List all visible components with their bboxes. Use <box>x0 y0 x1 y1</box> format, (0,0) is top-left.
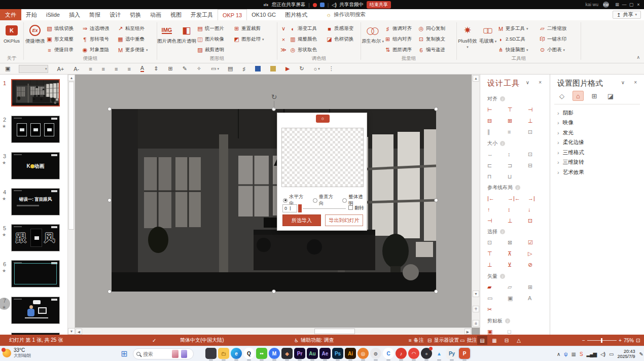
export-to-slide-button[interactable]: 导出到幻灯片 <box>325 214 363 226</box>
chevron-down-icon[interactable]: ∨ <box>621 80 625 85</box>
section-glow[interactable]: › 发光 <box>557 128 641 138</box>
fine-align[interactable]: ♯微调对齐 <box>384 23 418 34</box>
start-button[interactable]: ⊞ <box>121 349 127 359</box>
vector-text-icon[interactable]: A <box>528 295 548 302</box>
concentric-copy[interactable]: ◎同心复制 <box>418 23 453 34</box>
scroll-right-icon[interactable]: ▶ <box>464 329 471 335</box>
resize-handle-s[interactable] <box>272 290 276 294</box>
slide-thumbnail-6[interactable]: 6 ★ <box>0 260 75 292</box>
justify-icon[interactable]: ≡ <box>127 66 131 72</box>
distribute-v-icon[interactable]: ≡ <box>508 129 528 135</box>
vector-union-icon[interactable]: ▰ <box>487 284 508 291</box>
line-spacing-icon[interactable]: ⇕ <box>154 65 159 72</box>
wechat-icon[interactable]: •• <box>256 348 267 359</box>
resize-handle-w[interactable] <box>108 198 112 202</box>
align-bottom-icon[interactable]: ⊥ <box>528 118 548 124</box>
radio-vertical[interactable]: 垂直方向 <box>313 194 337 207</box>
taskbar-clock[interactable]: 20:43 2025/7/9 <box>618 349 635 359</box>
top-layer-icon[interactable]: ⊤ <box>487 250 508 257</box>
slide-thumbnail-5[interactable]: 5 ★ 跟 风 <box>0 224 75 256</box>
shape-to-number[interactable]: ¶形转项号 <box>82 34 117 45</box>
copy-replace-text[interactable]: ⊡复制换文 <box>418 34 453 45</box>
chevron-down-icon[interactable]: ∨ <box>280 23 287 34</box>
align-right-icon[interactable]: ≡ <box>115 66 119 72</box>
convenience-enhance-button[interactable]: Ex 便捷增强 <box>24 22 46 44</box>
info-icon[interactable]: i <box>515 185 520 190</box>
align-center-h-icon[interactable]: ⊤ <box>508 106 528 113</box>
guide-bottom-icon[interactable]: ↓ <box>528 206 548 213</box>
rotate-handle[interactable]: ↻ <box>270 93 278 101</box>
tab-view[interactable]: 视图 <box>166 9 186 20</box>
display-settings-button[interactable]: ⊟ 显示器设置 <box>427 335 459 346</box>
fill-yellow-swatch[interactable] <box>270 66 277 71</box>
scroll-down-icon[interactable]: ▼ <box>68 328 75 335</box>
font-size-box[interactable]: ▾ <box>19 65 48 73</box>
animation-painter-icon[interactable]: ✧ <box>197 65 202 72</box>
next-slide-button[interactable]: ⇊ <box>473 320 479 327</box>
guide-center-v-icon[interactable]: →|← <box>508 195 528 202</box>
tab-picture-format[interactable]: 图片格式 <box>280 9 312 20</box>
zoom-slider[interactable] <box>587 340 617 341</box>
group-inner-align[interactable]: ⊞组内对齐 <box>384 34 418 45</box>
scrollbar-thumb[interactable] <box>68 82 74 230</box>
guide-top-icon[interactable]: ↑ <box>487 206 508 213</box>
frosted-glass-button[interactable]: ▢▢ 毛玻璃 ▾ <box>478 22 497 44</box>
ribbon-options-icon[interactable]: ⊞ <box>614 2 621 7</box>
paste-outside-group[interactable]: ↗粘至组外 <box>117 23 156 34</box>
resize-handle-ne[interactable] <box>434 107 438 111</box>
recording-indicator-icon[interactable] <box>313 3 317 7</box>
decrease-font-icon[interactable]: A- <box>74 66 80 72</box>
share-button[interactable]: ↥ 共享 ▾ <box>613 11 641 19</box>
aftereffects-icon[interactable]: Ae <box>319 348 331 359</box>
info-icon[interactable]: i <box>500 96 505 101</box>
section-soft-edges[interactable]: › 柔化边缘 <box>557 138 641 148</box>
guide-left-icon[interactable]: |← <box>487 195 508 202</box>
section-shadow[interactable]: › 阴影 <box>557 108 641 118</box>
normal-view-button[interactable]: ▤ <box>477 336 487 345</box>
pen-tablet-icon[interactable]: ▭ <box>609 351 613 357</box>
red-arrow-icon[interactable]: ▶ <box>285 65 291 72</box>
effects-tab[interactable]: ⌂ <box>573 91 584 101</box>
equal-size-icon[interactable]: ⊡ <box>528 151 548 158</box>
tab-okp13[interactable]: OKP 13 <box>218 9 247 20</box>
notes-button[interactable]: ≡ 备注 <box>409 335 424 346</box>
slide-thumbnail-3[interactable]: 3 ★ K动画 <box>0 152 75 184</box>
copy-icon[interactable]: □ <box>508 329 528 335</box>
font-color-icon[interactable]: A <box>140 65 145 72</box>
shape-color-pick[interactable]: ◎形状取色 <box>290 45 326 55</box>
object-show-hide[interactable]: ◉对象显隐 <box>82 45 117 55</box>
fill-blue-swatch[interactable] <box>255 66 262 71</box>
import-selected-button[interactable]: 所选导入 <box>282 214 321 226</box>
one-key-watermark[interactable]: 印一键水印 <box>539 34 578 45</box>
section-3d-rotation[interactable]: › 三维旋转 <box>557 158 641 168</box>
close-button[interactable]: × <box>635 2 642 7</box>
canvas-vertical-scrollbar[interactable]: ▲ ▼ ⇈ ⇊ <box>472 75 480 328</box>
flip-checkbox[interactable] <box>348 205 353 210</box>
blender-icon[interactable]: ◎ <box>357 348 369 359</box>
guide-right-icon[interactable]: →| <box>528 195 548 202</box>
align-left-icon[interactable]: ≡ <box>89 66 93 72</box>
tidy-colors[interactable]: ▥规整颜色 <box>290 34 326 45</box>
picture-transparent-button[interactable]: ◧ 图片透明 <box>176 22 197 44</box>
tab-home[interactable]: 开始 <box>21 9 42 20</box>
tray-expand-icon[interactable]: ∧ <box>557 351 560 357</box>
more-tools[interactable]: M更多工具▾ <box>497 23 539 34</box>
slide-thumbnail-7[interactable]: 7 ★ <box>0 297 75 328</box>
guide-margin-h-icon[interactable]: ⊣ <box>487 218 508 224</box>
stretch-h-icon[interactable]: ⊟ <box>528 162 548 169</box>
rotate-icon[interactable]: ↻ <box>299 65 305 72</box>
slider-handle[interactable] <box>298 204 302 212</box>
info-icon[interactable]: i <box>500 229 505 234</box>
note-icon[interactable]: ▤ <box>228 65 234 72</box>
section-artistic-effects[interactable]: › 艺术效果 <box>557 167 641 177</box>
layer-reorder[interactable]: ⇅图层调序 <box>384 45 418 55</box>
sphere-app-icon[interactable]: ● <box>421 348 432 359</box>
vector-split-icon[interactable]: ✂ <box>487 306 508 313</box>
scrollbar-thumb[interactable] <box>314 329 355 334</box>
triangle-app-icon[interactable]: ▲ <box>434 348 445 359</box>
picture-reflection[interactable]: ◫图片映像 <box>197 34 233 45</box>
close-icon[interactable]: × <box>539 80 542 85</box>
number-progression[interactable]: 6编号递进 <box>418 45 453 55</box>
tell-me-search[interactable]: ☼ 操作说明搜索 <box>326 9 366 20</box>
okp-transparency-dialog[interactable]: ○ 水平方向垂直方向整体透明 I 翻转 所选导入 导出到幻灯片 <box>277 113 367 231</box>
